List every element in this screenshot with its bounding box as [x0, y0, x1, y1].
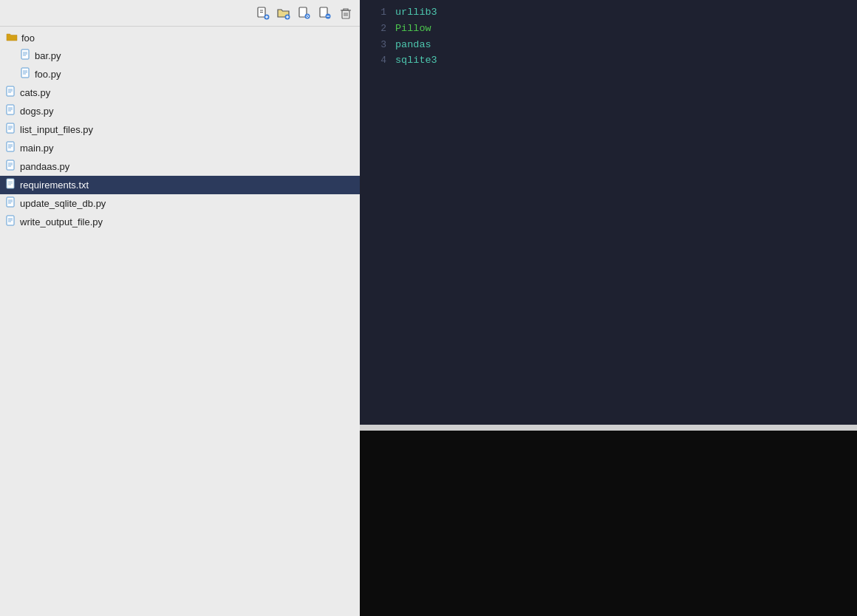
tree-item-file-main-py[interactable]: main.py	[0, 139, 360, 157]
svg-rect-55	[7, 216, 14, 225]
code-line-4: 4 sqlite3	[360, 52, 857, 69]
file-txt-icon	[6, 178, 16, 192]
file-icon	[21, 49, 31, 63]
editor-area[interactable]: 1 urllib3 2 Pillow 3 pandas 4 sqlite3	[360, 0, 857, 425]
svg-rect-27	[7, 86, 14, 96]
code-text-2: Pillow	[395, 21, 431, 37]
code-line-3: 3 pandas	[360, 37, 857, 53]
file-bar-py-label: bar.py	[35, 50, 61, 61]
line-number-1: 1	[369, 5, 386, 21]
svg-rect-35	[7, 123, 14, 133]
code-line-2: 2 Pillow	[360, 21, 857, 37]
file-cats-py-label: cats.py	[20, 87, 50, 98]
svg-rect-39	[7, 142, 14, 151]
tree-item-file-write-output-file[interactable]: write_output_file.py	[0, 213, 360, 231]
file-icon	[6, 104, 16, 118]
code-content: 1 urllib3 2 Pillow 3 pandas 4 sqlite3	[360, 0, 857, 425]
svg-rect-31	[7, 105, 14, 114]
file-icon	[6, 86, 16, 100]
tree-item-folder-foo[interactable]: foo	[0, 30, 360, 47]
file-foo-py-label: foo.py	[35, 69, 61, 80]
code-text-3: pandas	[395, 37, 431, 53]
file-dogs-py-label: dogs.py	[20, 106, 54, 117]
svg-rect-43	[7, 160, 14, 170]
tree-item-file-bar-py[interactable]: bar.py	[0, 47, 360, 65]
file-icon	[6, 196, 16, 211]
code-text-4: sqlite3	[395, 52, 437, 69]
terminal-area[interactable]	[360, 431, 857, 616]
file-icon	[6, 123, 16, 137]
tree-item-file-foo-py[interactable]: foo.py	[0, 65, 360, 83]
new-file-icon[interactable]	[255, 5, 271, 21]
line-number-3: 3	[369, 38, 386, 53]
line-number-4: 4	[369, 53, 386, 69]
file-icon	[6, 141, 16, 155]
file-main-py-label: main.py	[20, 143, 54, 154]
tree-item-file-dogs-py[interactable]: dogs.py	[0, 102, 360, 120]
file-requirements-txt-label: requirements.txt	[20, 179, 89, 191]
file-icon	[6, 160, 16, 174]
file-icon	[21, 67, 31, 81]
new-folder-icon[interactable]	[276, 5, 292, 21]
svg-point-10	[305, 13, 310, 18]
svg-rect-19	[21, 49, 29, 59]
tree-item-file-pandaas-py[interactable]: pandaas.py	[0, 157, 360, 176]
tree-item-file-update-sqlite-db[interactable]: update_sqlite_db.py	[0, 194, 360, 213]
tree-item-file-cats-py[interactable]: cats.py	[0, 83, 360, 102]
folder-foo-label: foo	[21, 32, 35, 44]
file-update-sqlite-db-label: update_sqlite_db.py	[20, 198, 106, 209]
file-explorer-toolbar	[0, 0, 360, 27]
line-number-2: 2	[369, 21, 386, 37]
code-line-1: 1 urllib3	[360, 4, 857, 21]
delete-icon[interactable]	[338, 5, 354, 21]
code-text-1: urllib3	[395, 4, 437, 21]
svg-rect-47	[7, 179, 14, 188]
file-explorer-panel: foo bar.py	[0, 0, 360, 616]
file-tree: foo bar.py	[0, 27, 360, 616]
file-list-input-files-label: list_input_files.py	[20, 124, 93, 135]
tree-item-file-requirements-txt[interactable]: requirements.txt	[0, 176, 360, 194]
tree-item-file-list-input-files[interactable]: list_input_files.py	[0, 120, 360, 139]
svg-rect-23	[21, 68, 29, 78]
folder-icon	[6, 32, 18, 44]
svg-rect-51	[7, 197, 14, 207]
right-panel: 1 urllib3 2 Pillow 3 pandas 4 sqlite3	[360, 0, 857, 616]
file-pandaas-py-label: pandaas.py	[20, 161, 69, 172]
refresh-icon[interactable]	[296, 5, 313, 21]
file-write-output-file-label: write_output_file.py	[20, 216, 103, 227]
file-icon	[6, 215, 16, 229]
panel-divider	[360, 425, 857, 431]
collapse-icon[interactable]	[317, 5, 333, 21]
